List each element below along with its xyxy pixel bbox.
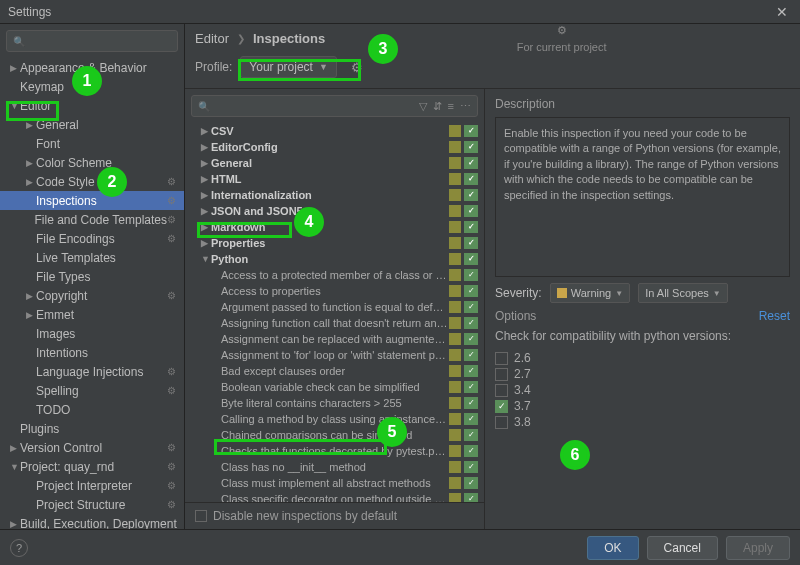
crumb-editor[interactable]: Editor [195,31,229,46]
sidebar-item[interactable]: Font [0,134,184,153]
description-text: Enable this inspection if you need your … [495,117,790,277]
inspection-item[interactable]: Assignment can be replaced with augmente… [185,331,484,347]
expand-icon[interactable]: ⇵ [433,100,442,113]
version-option[interactable]: 3.4 [495,383,790,397]
sidebar-item[interactable]: ▶Color Scheme [0,153,184,172]
version-checkbox[interactable] [495,384,508,397]
more-icon[interactable]: ⋯ [460,100,471,113]
sidebar-item[interactable]: File Encodings⚙ [0,229,184,248]
gear-icon: ⚙ [167,195,176,206]
sidebar-item[interactable]: ▼Project: quay_rnd⚙ [0,457,184,476]
sidebar-item[interactable]: Project Interpreter⚙ [0,476,184,495]
sidebar-item[interactable]: Keymap [0,77,184,96]
gear-icon: ⚙ [167,461,176,472]
settings-sidebar: ▶Appearance & BehaviorKeymap▼Editor▶Gene… [0,24,185,529]
help-button[interactable]: ? [10,539,28,557]
inspection-item[interactable]: Chained comparisons can be simplified✓ [185,427,484,443]
inspection-item[interactable]: Access to properties✓ [185,283,484,299]
disable-new-inspections-row[interactable]: Disable new inspections by default [185,502,484,529]
inspection-item[interactable]: Class specific decorator on method outsi… [185,491,484,502]
reset-link[interactable]: Reset [759,309,790,323]
inspection-category[interactable]: ▶Internationalization✓ [185,187,484,203]
sidebar-item[interactable]: Project Structure⚙ [0,495,184,514]
collapse-icon[interactable]: ≡ [448,100,454,113]
inspection-item[interactable]: Assignment to 'for' loop or 'with' state… [185,347,484,363]
compat-label: Check for compatibility with python vers… [495,329,790,343]
version-option[interactable]: 3.8 [495,415,790,429]
sidebar-item[interactable]: ▶Copyright⚙ [0,286,184,305]
inspection-item[interactable]: Byte literal contains characters > 255✓ [185,395,484,411]
inspection-search-input[interactable]: ▽ ⇵ ≡ ⋯ [191,95,478,117]
sidebar-item[interactable]: Spelling⚙ [0,381,184,400]
gear-icon: ⚙ [167,385,176,396]
version-option[interactable]: ✓3.7 [495,399,790,413]
scope-value: In All Scopes [645,287,709,299]
inspection-item[interactable]: Bad except clauses order✓ [185,363,484,379]
gear-icon: ⚙ [167,233,176,244]
severity-select[interactable]: Warning ▼ [550,283,630,303]
sidebar-item[interactable]: Intentions [0,343,184,362]
inspection-category[interactable]: ▶CSV✓ [185,123,484,139]
inspection-item[interactable]: Class must implement all abstract method… [185,475,484,491]
inspection-category[interactable]: ▶Properties✓ [185,235,484,251]
inspection-item[interactable]: Assigning function call that doesn't ret… [185,315,484,331]
version-option[interactable]: 2.6 [495,351,790,365]
sidebar-item[interactable]: Inspections⚙ [0,191,184,210]
version-checkbox[interactable] [495,416,508,429]
sidebar-item[interactable]: ▶General [0,115,184,134]
filter-icon[interactable]: ▽ [419,100,427,113]
sidebar-item[interactable]: ▶Appearance & Behavior [0,58,184,77]
profile-select[interactable]: Your project ▼ [240,56,337,78]
severity-value: Warning [571,287,612,299]
inspection-item[interactable]: Class has no __init__ method✓ [185,459,484,475]
sidebar-item[interactable]: File and Code Templates⚙ [0,210,184,229]
gear-icon: ⚙ [167,290,176,301]
inspection-category[interactable]: ▶Markdown✓ [185,219,484,235]
settings-tree[interactable]: ▶Appearance & BehaviorKeymap▼Editor▶Gene… [0,56,184,529]
inspection-item[interactable]: Argument passed to function is equal to … [185,299,484,315]
apply-button[interactable]: Apply [726,536,790,560]
inspection-item[interactable]: Boolean variable check can be simplified… [185,379,484,395]
sidebar-search-input[interactable] [6,30,178,52]
inspection-category[interactable]: ▶General✓ [185,155,484,171]
sidebar-item[interactable]: Language Injections⚙ [0,362,184,381]
inspection-category[interactable]: ▶EditorConfig✓ [185,139,484,155]
sidebar-item[interactable]: ▶Emmet [0,305,184,324]
sidebar-item[interactable]: Live Templates [0,248,184,267]
description-heading: Description [495,97,790,111]
version-list: 2.62.73.4✓3.73.8 [495,349,790,429]
cancel-button[interactable]: Cancel [647,536,718,560]
inspection-category[interactable]: ▶HTML✓ [185,171,484,187]
sidebar-item[interactable]: ▶Code Style⚙ [0,172,184,191]
gear-icon: ⚙ [167,480,176,491]
sidebar-item[interactable]: File Types [0,267,184,286]
chevron-down-icon: ▼ [713,289,721,298]
sidebar-item[interactable]: ▶Build, Execution, Deployment [0,514,184,529]
gear-icon: ⚙ [167,214,176,225]
sidebar-item[interactable]: ▼Editor [0,96,184,115]
crumb-inspections: Inspections [253,31,325,46]
version-option[interactable]: 2.7 [495,367,790,381]
inspection-item[interactable]: Checks that functions decorated by pytes… [185,443,484,459]
version-checkbox[interactable] [495,368,508,381]
chevron-down-icon: ▼ [615,289,623,298]
inspection-category[interactable]: ▶JSON and JSON5✓ [185,203,484,219]
severity-label: Severity: [495,286,542,300]
version-checkbox[interactable]: ✓ [495,400,508,413]
sidebar-item[interactable]: ▶Version Control⚙ [0,438,184,457]
profile-gear-icon[interactable]: ⚙ [351,60,363,75]
options-heading: Options [495,309,536,323]
sidebar-item[interactable]: Images [0,324,184,343]
sidebar-item[interactable]: TODO [0,400,184,419]
inspection-category-python[interactable]: ▼Python✓ [185,251,484,267]
scope-select[interactable]: In All Scopes ▼ [638,283,728,303]
sidebar-item[interactable]: Plugins [0,419,184,438]
inspection-item[interactable]: Access to a protected member of a class … [185,267,484,283]
disable-label: Disable new inspections by default [213,509,397,523]
inspection-item[interactable]: Calling a method by class using an insta… [185,411,484,427]
version-checkbox[interactable] [495,352,508,365]
breadcrumb: Editor ❯ Inspections ⚙ For current proje… [185,24,800,52]
ok-button[interactable]: OK [587,536,638,560]
disable-checkbox[interactable] [195,510,207,522]
inspection-list[interactable]: ▶CSV✓▶EditorConfig✓▶General✓▶HTML✓▶Inter… [185,123,484,502]
